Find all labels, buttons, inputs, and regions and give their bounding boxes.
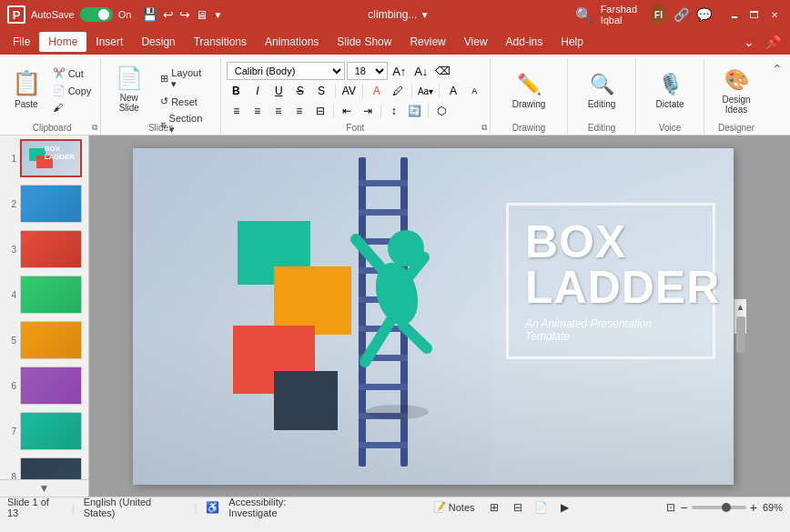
smart-art-button[interactable]: ⬡ — [431, 102, 451, 120]
maximize-button[interactable]: 🗖 — [746, 8, 763, 21]
dictate-button[interactable]: 🎙️ Dictate — [647, 64, 693, 118]
menu-view[interactable]: View — [455, 32, 497, 52]
font-expander-icon[interactable]: ⧉ — [481, 123, 487, 133]
decrease-font-button[interactable]: A↓ — [411, 62, 431, 80]
copy-button[interactable]: 📄 Copy — [47, 83, 97, 98]
design-ideas-button[interactable]: 🎨 DesignIdeas — [714, 64, 759, 118]
scroll-thumb — [736, 316, 745, 353]
justify-button[interactable]: ≡ — [289, 102, 309, 120]
scroll-up-button[interactable]: ▲ — [734, 299, 748, 315]
accessibility-status[interactable]: Accessibility: Investigate — [228, 497, 336, 518]
char-spacing-button[interactable]: AV — [339, 82, 359, 100]
slide-thumb-1: BOXLADDER — [20, 139, 82, 177]
reading-view-button[interactable]: 📄 — [532, 499, 552, 516]
underline-button[interactable]: U — [269, 82, 289, 100]
menu-animations[interactable]: Animations — [256, 32, 328, 52]
font-color-button[interactable]: A — [367, 82, 386, 100]
search-icon[interactable]: 🔍 — [575, 6, 593, 24]
undo-icon[interactable]: ↩ — [163, 7, 174, 22]
menu-file[interactable]: File — [4, 32, 39, 52]
line-spacing-button[interactable]: ↕ — [384, 102, 404, 120]
shadow-button[interactable]: S — [311, 82, 330, 100]
zoom-slider[interactable] — [692, 506, 746, 509]
ribbon-collapse-icon[interactable]: ⌄ — [738, 35, 760, 49]
clipboard-expander-icon[interactable]: ⧉ — [92, 123, 97, 133]
redo-icon[interactable]: ↪ — [179, 7, 190, 22]
align-left-button[interactable]: ≡ — [227, 102, 247, 120]
ribbon-group-font: Calibri (Body) 18 A↑ A↓ ⌫ B I U S S — [221, 58, 491, 135]
font-size-sm-button[interactable]: A — [465, 82, 484, 100]
present-icon[interactable]: 🖥 — [196, 8, 208, 22]
menu-home[interactable]: Home — [39, 32, 86, 52]
autosave-label: AutoSave — [31, 9, 75, 20]
menu-review[interactable]: Review — [400, 32, 454, 52]
indent-inc-button[interactable]: ⇥ — [358, 102, 378, 120]
ribbon-group-slides: 📄 NewSlide ⊞ Layout ▾ ↺ Reset ≡ Section … — [101, 58, 220, 135]
fit-button[interactable]: ⊡ — [666, 501, 675, 514]
zoom-out-button[interactable]: − — [681, 500, 688, 515]
slide-panel-scroll-down[interactable]: ▼ — [37, 480, 52, 497]
paste-button[interactable]: 📋 Paste — [7, 62, 46, 116]
format-painter-button[interactable]: 🖌 — [47, 100, 97, 115]
col-button[interactable]: ⊟ — [310, 102, 330, 120]
strikethrough-button[interactable]: S — [290, 82, 309, 100]
slide-item-3[interactable]: 3 — [0, 226, 88, 272]
font-size-select[interactable]: 18 — [347, 62, 388, 80]
menu-addins[interactable]: Add-ins — [497, 32, 552, 52]
user-name: Farshad Iqbal — [601, 4, 643, 25]
slide-content: BOX LADDER An Animated Presentation Temp… — [133, 148, 734, 485]
slide-item-1[interactable]: 1 BOXLADDER — [0, 136, 88, 181]
font-name-select[interactable]: Calibri (Body) — [227, 62, 345, 80]
menu-slideshow[interactable]: Slide Show — [328, 32, 400, 52]
normal-view-button[interactable]: ⊞ — [484, 499, 504, 516]
dropdown-icon[interactable]: ▼ — [213, 10, 222, 20]
align-right-button[interactable]: ≡ — [268, 102, 289, 120]
save-icon[interactable]: 💾 — [142, 7, 157, 22]
ribbon-group-clipboard: 📋 Paste ✂️ Cut 📄 Copy 🖌 Clipboard ⧉ — [4, 58, 101, 135]
canvas-scrollbar: ▲ ▼ — [734, 299, 746, 334]
share-icon[interactable]: 🔗 — [674, 7, 689, 22]
convert-button[interactable]: 🔄 — [405, 102, 425, 120]
dropdown-filename-icon[interactable]: ▼ — [420, 10, 430, 20]
italic-button[interactable]: I — [248, 82, 267, 100]
clear-format-button[interactable]: ⌫ — [433, 62, 453, 80]
layout-button[interactable]: ⊞ Layout ▾ — [155, 65, 215, 92]
menu-insert[interactable]: Insert — [86, 32, 132, 52]
text-highlight-button[interactable]: 🖊 — [389, 82, 408, 100]
indent-dec-button[interactable]: ⇤ — [337, 102, 357, 120]
editing-button[interactable]: 🔍 Editing — [579, 64, 624, 118]
ribbon-collapse-button[interactable]: ⌃ — [772, 62, 783, 76]
ribbon-pin-icon[interactable]: 📌 — [760, 35, 786, 49]
font-size-aa-button[interactable]: A — [443, 82, 462, 100]
slide-canvas[interactable]: BOX LADDER An Animated Presentation Temp… — [133, 148, 734, 485]
uppercase-button[interactable]: Aa▾ — [416, 82, 435, 100]
minimize-button[interactable]: 🗕 — [726, 8, 743, 21]
slide-item-2[interactable]: 2 — [0, 181, 88, 226]
reset-button[interactable]: ↺ Reset — [155, 94, 215, 109]
new-slide-button[interactable]: 📄 NewSlide — [106, 62, 151, 116]
status-left: Slide 1 of 13 | English (United States) … — [7, 497, 337, 518]
comments-icon[interactable]: 💬 — [696, 7, 712, 22]
slide-sorter-button[interactable]: ⊟ — [508, 499, 528, 516]
increase-font-button[interactable]: A↑ — [390, 62, 410, 80]
title-right: 🔍 Farshad Iqbal FI 🔗 💬 🗕 🗖 ✕ — [575, 4, 783, 25]
slide-item-6[interactable]: 6 — [0, 363, 88, 408]
menu-transitions[interactable]: Transitions — [185, 32, 256, 52]
align-center-button[interactable]: ≡ — [248, 102, 268, 120]
slide-item-5[interactable]: 5 — [0, 317, 88, 363]
slide-item-7[interactable]: 7 — [0, 408, 88, 454]
menu-design[interactable]: Design — [132, 32, 184, 52]
autosave-toggle[interactable] — [80, 7, 113, 22]
zoom-level[interactable]: 69% — [763, 502, 783, 513]
close-button[interactable]: ✕ — [766, 8, 783, 21]
slide-item-4[interactable]: 4 — [0, 272, 88, 317]
drawing-button[interactable]: ✏️ Drawing — [506, 64, 552, 118]
cut-button[interactable]: ✂️ Cut — [47, 65, 97, 81]
slide-item-8[interactable]: 8 — [0, 454, 88, 479]
slideshow-view-button[interactable]: ▶ — [555, 499, 575, 516]
bold-button[interactable]: B — [227, 82, 246, 100]
zoom-in-button[interactable]: + — [750, 500, 757, 515]
menu-help[interactable]: Help — [552, 32, 592, 52]
notes-button[interactable]: 📝 Notes — [428, 499, 481, 515]
slide-title-line2: LADDER — [525, 265, 696, 310]
